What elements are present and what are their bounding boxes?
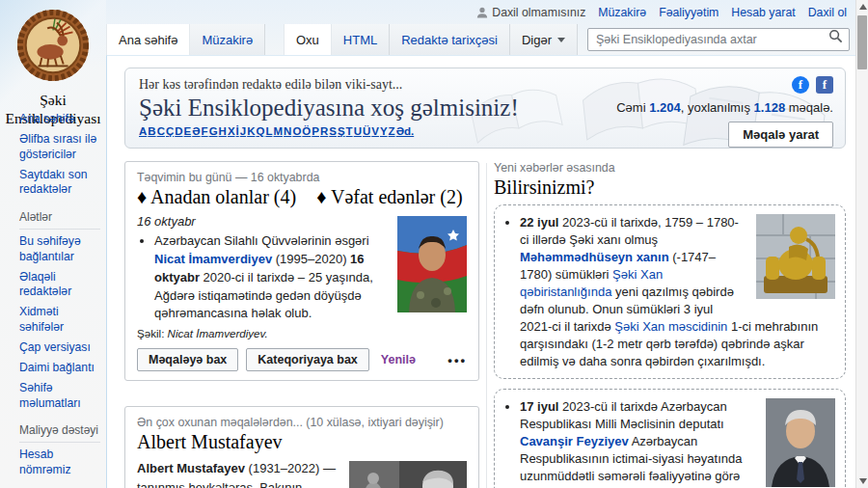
tab-talk[interactable]: Müzakirə	[190, 24, 265, 55]
alphabet-letter-link[interactable]: Ş	[338, 125, 345, 137]
alphabet-letter-link[interactable]: M	[273, 125, 283, 137]
page-header: Ana səhifə Müzakirə Oxu HTMLRedaktə tari…	[106, 24, 855, 55]
sidebar-link[interactable]: Əlifba sırası ilə göstəricilər	[19, 132, 96, 161]
sidebar-link[interactable]: Xidməti səhifələr	[19, 305, 64, 334]
more-options-button[interactable]: •••	[448, 353, 467, 367]
inline-link[interactable]: Nicat İmamverdiyev	[154, 252, 272, 266]
news-column: Yeni xəbərlər əsasında Bilirsinizmi? 22 …	[494, 161, 846, 488]
text-segment: (1995–2020)	[272, 252, 350, 266]
alphabet-letter-link[interactable]: V	[371, 125, 379, 137]
heading-died-link[interactable]: ♦ Vəfat edənlər (2)	[316, 186, 462, 207]
create-article-button[interactable]: Məqalə yarat	[728, 122, 833, 148]
alphabet-letter-link[interactable]: X	[228, 125, 235, 137]
personal-link[interactable]: Müzakirə	[598, 6, 646, 19]
news-item: 22 iyul 2023-cü il tarixdə, 1759 – 1780-…	[494, 204, 846, 379]
calendar-actions: Məqaləyə bax Kateqoriyaya bax Yenilə •••	[137, 348, 467, 371]
facebook-circle-icon[interactable]: f	[792, 76, 809, 94]
tab-more-menu[interactable]: Digər	[510, 24, 578, 55]
scroll-up-arrow[interactable]	[859, 4, 867, 10]
search-box	[587, 24, 850, 55]
personal-link[interactable]: Hesab yarat	[731, 6, 795, 19]
sculptor-photo-image[interactable]	[349, 461, 467, 488]
inline-link[interactable]: Şəki Xan məscidinin	[614, 319, 727, 334]
text-segment: 17 iyul	[520, 399, 558, 414]
alphabet-letter-link[interactable]: T	[346, 125, 353, 137]
alphabet-letter-link[interactable]: J	[240, 125, 246, 137]
alphabet-letter-link[interactable]: P	[312, 125, 319, 137]
personal-link[interactable]: Daxil ol	[808, 6, 847, 19]
statue-image[interactable]	[756, 214, 835, 299]
sidebar-link[interactable]: Bu səhifəyə bağlantılar	[19, 234, 81, 263]
calendar-card: Təqvimin bu günü — 16 oktyabrda ♦ Anadan…	[124, 161, 479, 381]
search-icon[interactable]	[828, 29, 843, 43]
scrollbar-thumb[interactable]	[857, 15, 867, 69]
alphabet-letter-link[interactable]: U	[354, 125, 362, 137]
search-input[interactable]	[587, 28, 850, 51]
alphabet-letter-link[interactable]: R	[320, 125, 328, 137]
view-link-tabs: HTMLRedaktə tarixçəsi	[332, 24, 510, 55]
inline-link[interactable]: Cavanşir Feyziyev	[520, 434, 629, 448]
left-column: Təqvimin bu günü — 16 oktyabrda ♦ Anadan…	[124, 161, 479, 488]
scroll-down-arrow[interactable]	[859, 478, 867, 484]
text-segment: Şəkil:	[137, 327, 168, 339]
sidebar-link[interactable]: Saytdakı son redaktələr	[19, 168, 87, 197]
inline-link[interactable]: Məhəmmədhüseyn xanın	[520, 250, 669, 264]
view-article-button[interactable]: Məqaləyə bax	[137, 348, 238, 371]
column-divider	[486, 163, 487, 488]
site-title-line1: Şəki	[0, 91, 106, 109]
alphabet-letter-link[interactable]: Q	[256, 125, 264, 137]
personal-link[interactable]: Fəaliyyətim	[659, 6, 719, 19]
text-segment: Nicat İmamverdiyev.	[168, 327, 268, 339]
user-icon	[476, 7, 488, 18]
alphabet-letter-link[interactable]: Ç	[166, 125, 174, 137]
text-segment: Albert Mustafayev	[137, 461, 245, 475]
tab-read[interactable]: Oxu	[284, 24, 332, 55]
sidebar-link[interactable]: Daimi bağlantı	[19, 361, 95, 374]
content-area: Hər kəs tərəfindən redaktə edilə bilən v…	[106, 55, 855, 488]
login-status: Daxil olmamısınız	[476, 6, 585, 19]
sidebar-link[interactable]: Səhifə məlumatları	[19, 381, 81, 410]
alphabet-letter-link[interactable]: Y	[380, 125, 388, 137]
alphabet-letter-link[interactable]: H	[219, 125, 227, 137]
deputy-portrait-image[interactable]	[766, 398, 835, 487]
view-category-button[interactable]: Kateqoriyaya bax	[246, 348, 369, 371]
alphabet-letter-link[interactable]: İ	[236, 125, 239, 137]
alphabet-letter-link[interactable]: Ö	[302, 125, 311, 137]
alphabet-letter-link[interactable]: F	[202, 125, 208, 137]
alphabet-letter-link[interactable]: Əd.	[396, 125, 415, 137]
view-tab[interactable]: HTML	[332, 24, 390, 55]
facebook-square-icon[interactable]: f	[816, 76, 833, 94]
alphabet-letter-link[interactable]: Z	[389, 125, 395, 137]
alphabet-letter-link[interactable]: G	[209, 125, 218, 137]
scrollbar[interactable]	[855, 0, 868, 488]
alphabet-letter-link[interactable]: D	[175, 125, 182, 137]
sidebar-link[interactable]: Hesab nömrəmiz	[19, 447, 71, 476]
soldier-portrait-image[interactable]	[397, 216, 467, 312]
sidebar-link[interactable]: Çap versiyası	[19, 340, 91, 354]
tab-more-label: Digər	[522, 33, 552, 47]
alphabet-letter-link[interactable]: C	[157, 125, 165, 137]
personal-links: MüzakirəFəaliyyətimHesab yaratDaxil ol	[598, 6, 847, 19]
tab-main-page[interactable]: Ana səhifə	[106, 24, 190, 55]
sidebar-link[interactable]: Əlaqəli redaktələr	[19, 270, 71, 299]
heading-born-link[interactable]: ♦ Anadan olanlar (4)	[137, 186, 296, 207]
alphabet-letter-link[interactable]: O	[292, 125, 301, 137]
site-logo-image[interactable]	[15, 8, 91, 83]
alphabet-letter-link[interactable]: E	[184, 125, 192, 137]
alphabet-letter-link[interactable]: Ə	[192, 125, 200, 137]
alphabet-letter-link[interactable]: Ü	[363, 125, 370, 137]
alphabet-letter-link[interactable]: B	[148, 125, 155, 137]
calendar-heading: ♦ Anadan olanlar (4) ♦ Vəfat edənlər (2)	[137, 186, 467, 208]
login-status-label: Daxil olmamısınız	[492, 6, 585, 19]
alphabet-letter-link[interactable]: N	[284, 125, 291, 137]
view-tab[interactable]: Redaktə tarixçəsi	[390, 24, 510, 55]
sidebar-link[interactable]: Ana səhifə	[19, 112, 75, 125]
inline-link[interactable]: 1.204	[649, 100, 681, 115]
alphabet-letter-link[interactable]: K	[247, 125, 255, 137]
alphabet-letter-link[interactable]: A	[139, 125, 147, 137]
inline-link[interactable]: 1.128	[754, 100, 786, 115]
refresh-link[interactable]: Yenilə	[381, 353, 416, 366]
alphabet-letter-link[interactable]: L	[265, 125, 272, 137]
featured-label: Ən çox oxunan məqalələrdən... (10 xülasə…	[137, 416, 467, 429]
alphabet-letter-link[interactable]: S	[329, 125, 337, 137]
